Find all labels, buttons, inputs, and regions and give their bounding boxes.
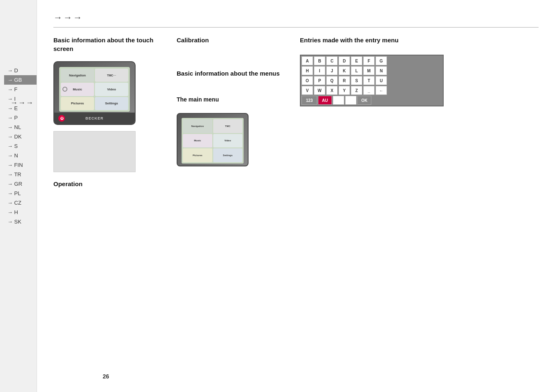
key-space2[interactable] <box>345 96 357 105</box>
key-space1[interactable] <box>333 96 344 105</box>
column-3: Entries made with the entry menu A B C D… <box>300 36 444 380</box>
page-number: 26 <box>103 373 109 380</box>
screen-nav-btn: Navigation <box>61 69 94 82</box>
key-underscore[interactable]: _ <box>363 86 375 95</box>
becker-screen-large: Navigation TMC~~ Music Video Pictures Se… <box>59 67 130 112</box>
sidebar-item-nl[interactable]: → NL <box>4 122 37 132</box>
key-123[interactable]: 123 <box>302 96 317 105</box>
col1-header: Basic information about the touch screen <box>53 36 168 53</box>
key-X[interactable]: X <box>326 86 338 95</box>
key-Q[interactable]: Q <box>326 76 338 85</box>
key-B[interactable]: B <box>314 56 325 65</box>
keyboard-bottom-row: 123 AU OK <box>302 96 442 105</box>
becker-bottom-bar: ⏻ BECKER <box>54 113 135 124</box>
sidebar-item-tr[interactable]: → TR <box>4 170 37 179</box>
key-O[interactable]: O <box>302 76 313 85</box>
key-T[interactable]: T <box>363 76 375 85</box>
mini-video-btn: Video <box>213 134 243 148</box>
key-H[interactable]: H <box>302 66 313 75</box>
key-I[interactable]: I <box>314 66 325 75</box>
screen-pictures-btn: Pictures <box>61 97 94 110</box>
sidebar-item-gr[interactable]: → GR <box>4 179 37 189</box>
sidebar: →→→ → D→ GB→ F→ I→ E→ P→ NL→ DK→ S→ N→ F… <box>0 0 37 392</box>
keyboard-container: A B C D E F G H I J K L M N <box>300 55 444 106</box>
top-divider <box>53 27 539 28</box>
key-OK[interactable]: OK <box>357 96 371 105</box>
key-U[interactable]: U <box>375 76 387 85</box>
key-D[interactable]: D <box>339 56 350 65</box>
sidebar-item-gb[interactable]: → GB <box>4 75 37 85</box>
screen-video-btn: Video <box>95 83 128 96</box>
three-columns: Basic information about the touch screen… <box>53 36 539 380</box>
key-G[interactable]: G <box>375 56 387 65</box>
mini-music-btn: Music <box>183 134 212 148</box>
key-C[interactable]: C <box>326 56 338 65</box>
main-content: →→→ Basic information about the touch sc… <box>37 0 555 392</box>
key-M[interactable]: M <box>363 66 375 75</box>
key-AU[interactable]: AU <box>318 96 332 105</box>
key-F[interactable]: F <box>363 56 375 65</box>
becker-power-btn[interactable]: ⏻ <box>58 115 65 122</box>
sidebar-item-s[interactable]: → S <box>4 141 37 151</box>
sidebar-item-fin[interactable]: → FIN <box>4 160 37 170</box>
key-A[interactable]: A <box>302 56 313 65</box>
key-W[interactable]: W <box>314 86 325 95</box>
key-L[interactable]: L <box>351 66 362 75</box>
mini-pictures-btn: Pictures <box>183 148 212 162</box>
becker-mini-screen: Navigation TMC Music Video Pictures Sett… <box>182 118 244 164</box>
key-R[interactable]: R <box>339 76 350 85</box>
key-P[interactable]: P <box>314 76 325 85</box>
screen-music-btn: Music <box>61 83 94 96</box>
sidebar-item-cz[interactable]: → CZ <box>4 198 37 208</box>
col2-menus-header: Basic information about the menus <box>177 69 292 78</box>
col2-menus-section: Basic information about the menus <box>177 69 292 86</box>
key-backspace[interactable]: ← <box>375 86 387 95</box>
grey-placeholder <box>53 131 136 172</box>
mini-tmc-btn: TMC <box>213 119 243 133</box>
sidebar-item-p[interactable]: → P <box>4 113 37 122</box>
mini-nav-btn: Navigation <box>183 119 212 133</box>
page-container: →→→ → D→ GB→ F→ I→ E→ P→ NL→ DK→ S→ N→ F… <box>0 0 555 392</box>
main-menu-subtitle: The main menu <box>177 96 292 103</box>
column-2: Calibration Basic information about the … <box>177 36 292 380</box>
sidebar-item-h[interactable]: → H <box>4 208 37 217</box>
operation-label: Operation <box>53 180 168 187</box>
becker-device-mini: Navigation TMC Music Video Pictures Sett… <box>177 113 249 166</box>
sidebar-arrows: →→→ <box>6 99 34 107</box>
sidebar-item-d[interactable]: → D <box>4 66 37 75</box>
key-E[interactable]: E <box>351 56 362 65</box>
column-1: Basic information about the touch screen… <box>53 36 168 380</box>
screen-tmc-btn: TMC~~ <box>95 69 128 82</box>
key-S[interactable]: S <box>351 76 362 85</box>
top-arrows-header: →→→ <box>53 12 539 23</box>
sidebar-item-pl[interactable]: → PL <box>4 189 37 198</box>
key-Z[interactable]: Z <box>351 86 362 95</box>
becker-logo: BECKER <box>85 116 104 120</box>
sidebar-item-f[interactable]: → F <box>4 85 37 94</box>
col3-header: Entries made with the entry menu <box>300 36 444 44</box>
col2-header-section: Calibration <box>177 36 292 53</box>
key-Y[interactable]: Y <box>339 86 350 95</box>
key-K[interactable]: K <box>339 66 350 75</box>
sidebar-item-sk[interactable]: → SK <box>4 217 37 226</box>
keyboard-grid: A B C D E F G H I J K L M N <box>302 56 442 95</box>
col2-calibration-header: Calibration <box>177 36 292 44</box>
sidebar-item-n[interactable]: → N <box>4 151 37 160</box>
mini-settings-btn: Settings <box>213 148 243 162</box>
key-V[interactable]: V <box>302 86 313 95</box>
becker-device-large: Navigation TMC~~ Music Video Pictures Se… <box>53 61 136 125</box>
key-N[interactable]: N <box>375 66 387 75</box>
sidebar-item-dk[interactable]: → DK <box>4 132 37 141</box>
sidebar-items-list: → D→ GB→ F→ I→ E→ P→ NL→ DK→ S→ N→ FIN→ … <box>0 66 37 226</box>
screen-settings-btn: Settings <box>95 97 128 110</box>
key-J[interactable]: J <box>326 66 338 75</box>
